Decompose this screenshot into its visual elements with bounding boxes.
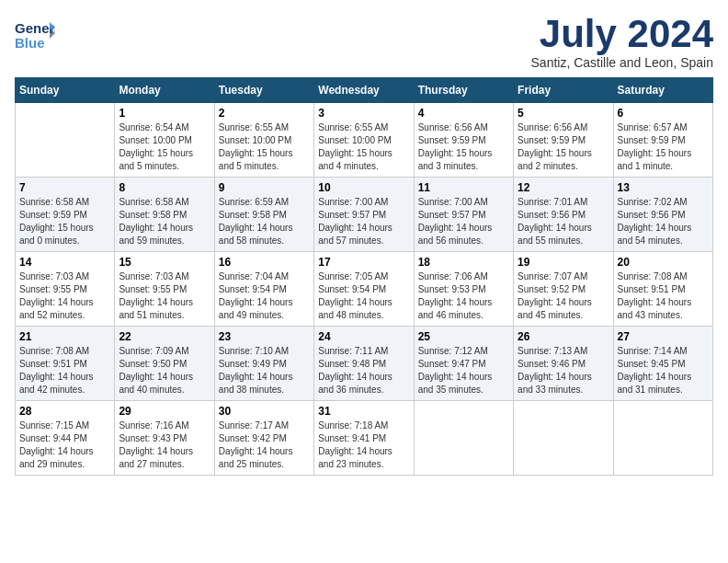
calendar-header-row: Sunday Monday Tuesday Wednesday Thursday…: [16, 78, 713, 103]
logo: General Blue: [15, 15, 55, 55]
day-info: Sunrise: 6:55 AMSunset: 10:00 PMDaylight…: [219, 121, 310, 173]
day-info: Sunrise: 6:59 AMSunset: 9:58 PMDaylight:…: [219, 196, 310, 247]
sunrise-text: Sunrise: 7:18 AM: [318, 420, 388, 431]
daylight-text: Daylight: 14 hours and 35 minutes.: [418, 372, 493, 395]
day-number: 19: [518, 256, 609, 269]
sunset-text: Sunset: 9:55 PM: [119, 284, 187, 294]
daylight-text: Daylight: 14 hours and 48 minutes.: [318, 297, 392, 320]
day-info: Sunrise: 7:06 AMSunset: 9:53 PMDaylight:…: [418, 270, 509, 322]
day-number: 11: [418, 181, 509, 194]
table-row: 25Sunrise: 7:12 AMSunset: 9:47 PMDayligh…: [414, 327, 513, 401]
sunset-text: Sunset: 9:55 PM: [19, 284, 87, 294]
daylight-text: Daylight: 15 hours and 1 minute.: [618, 148, 692, 171]
calendar-week-row: 7Sunrise: 6:58 AMSunset: 9:59 PMDaylight…: [16, 178, 713, 252]
sunset-text: Sunset: 9:46 PM: [518, 359, 586, 369]
day-number: 6: [618, 107, 709, 120]
daylight-text: Daylight: 14 hours and 58 minutes.: [219, 223, 293, 246]
daylight-text: Daylight: 14 hours and 46 minutes.: [418, 297, 493, 320]
day-number: 21: [19, 330, 110, 343]
table-row: 4Sunrise: 6:56 AMSunset: 9:59 PMDaylight…: [414, 103, 513, 178]
col-friday: Friday: [514, 78, 613, 103]
sunset-text: Sunset: 10:00 PM: [318, 135, 392, 145]
table-row: 1Sunrise: 6:54 AMSunset: 10:00 PMDayligh…: [115, 103, 214, 178]
table-row: 16Sunrise: 7:04 AMSunset: 9:54 PMDayligh…: [214, 252, 313, 327]
day-number: 8: [119, 181, 210, 194]
sunrise-text: Sunrise: 7:12 AM: [418, 346, 488, 356]
daylight-text: Daylight: 15 hours and 5 minutes.: [219, 148, 293, 171]
day-number: 9: [219, 181, 310, 194]
sunrise-text: Sunrise: 6:55 AM: [219, 122, 289, 132]
day-info: Sunrise: 7:12 AMSunset: 9:47 PMDaylight:…: [418, 345, 509, 396]
day-number: 26: [518, 330, 609, 343]
sunset-text: Sunset: 9:52 PM: [518, 284, 586, 294]
sunrise-text: Sunrise: 7:16 AM: [119, 420, 188, 431]
sunset-text: Sunset: 9:58 PM: [219, 210, 287, 220]
sunset-text: Sunset: 9:42 PM: [219, 433, 287, 443]
sunrise-text: Sunrise: 7:14 AM: [618, 346, 688, 356]
day-info: Sunrise: 7:13 AMSunset: 9:46 PMDaylight:…: [518, 345, 609, 396]
day-number: 16: [219, 256, 310, 269]
day-number: 4: [418, 107, 509, 120]
day-info: Sunrise: 7:07 AMSunset: 9:52 PMDaylight:…: [518, 270, 609, 322]
table-row: 24Sunrise: 7:11 AMSunset: 9:48 PMDayligh…: [314, 327, 414, 401]
day-info: Sunrise: 6:54 AMSunset: 10:00 PMDaylight…: [119, 121, 210, 173]
day-info: Sunrise: 7:03 AMSunset: 9:55 PMDaylight:…: [19, 270, 110, 322]
day-number: 2: [219, 107, 310, 120]
day-number: 3: [318, 107, 409, 120]
table-row: 7Sunrise: 6:58 AMSunset: 9:59 PMDaylight…: [16, 178, 115, 252]
daylight-text: Daylight: 15 hours and 5 minutes.: [119, 148, 193, 171]
sunrise-text: Sunrise: 7:00 AM: [318, 197, 388, 207]
sunrise-text: Sunrise: 7:07 AM: [518, 271, 587, 282]
col-tuesday: Tuesday: [214, 78, 313, 103]
sunset-text: Sunset: 9:45 PM: [618, 359, 686, 369]
location-subtitle: Santiz, Castille and Leon, Spain: [531, 55, 713, 70]
sunrise-text: Sunrise: 7:08 AM: [618, 271, 688, 282]
day-info: Sunrise: 7:10 AMSunset: 9:49 PMDaylight:…: [219, 345, 310, 396]
calendar-week-row: 1Sunrise: 6:54 AMSunset: 10:00 PMDayligh…: [16, 103, 713, 178]
daylight-text: Daylight: 14 hours and 52 minutes.: [19, 297, 94, 320]
table-row: 13Sunrise: 7:02 AMSunset: 9:56 PMDayligh…: [613, 178, 712, 252]
sunrise-text: Sunrise: 7:04 AM: [219, 271, 289, 282]
day-number: 25: [418, 330, 509, 343]
col-monday: Monday: [115, 78, 214, 103]
day-info: Sunrise: 7:05 AMSunset: 9:54 PMDaylight:…: [318, 270, 409, 322]
sunrise-text: Sunrise: 7:05 AM: [318, 271, 388, 282]
day-number: 22: [119, 330, 210, 343]
table-row: 10Sunrise: 7:00 AMSunset: 9:57 PMDayligh…: [314, 178, 414, 252]
day-info: Sunrise: 7:14 AMSunset: 9:45 PMDaylight:…: [618, 345, 709, 396]
table-row: 5Sunrise: 6:56 AMSunset: 9:59 PMDaylight…: [514, 103, 613, 178]
sunrise-text: Sunrise: 7:17 AM: [219, 420, 289, 431]
day-info: Sunrise: 7:17 AMSunset: 9:42 PMDaylight:…: [219, 419, 310, 471]
daylight-text: Daylight: 14 hours and 23 minutes.: [318, 446, 392, 469]
sunset-text: Sunset: 9:58 PM: [119, 210, 187, 220]
day-number: 28: [19, 405, 110, 418]
sunrise-text: Sunrise: 7:03 AM: [19, 271, 89, 282]
sunrise-text: Sunrise: 7:08 AM: [19, 346, 89, 356]
table-row: [514, 401, 613, 476]
day-info: Sunrise: 7:02 AMSunset: 9:56 PMDaylight:…: [618, 196, 709, 247]
day-number: 17: [318, 256, 409, 269]
day-info: Sunrise: 6:56 AMSunset: 9:59 PMDaylight:…: [518, 121, 609, 173]
sunrise-text: Sunrise: 6:58 AM: [119, 197, 188, 207]
table-row: 22Sunrise: 7:09 AMSunset: 9:50 PMDayligh…: [115, 327, 214, 401]
daylight-text: Daylight: 14 hours and 54 minutes.: [618, 223, 692, 246]
day-info: Sunrise: 7:09 AMSunset: 9:50 PMDaylight:…: [119, 345, 210, 396]
daylight-text: Daylight: 15 hours and 4 minutes.: [318, 148, 392, 171]
sunset-text: Sunset: 9:41 PM: [318, 433, 386, 443]
col-sunday: Sunday: [16, 78, 115, 103]
sunrise-text: Sunrise: 7:10 AM: [219, 346, 289, 356]
day-info: Sunrise: 6:57 AMSunset: 9:59 PMDaylight:…: [618, 121, 709, 173]
table-row: 3Sunrise: 6:55 AMSunset: 10:00 PMDayligh…: [314, 103, 414, 178]
sunrise-text: Sunrise: 7:11 AM: [318, 346, 388, 356]
sunset-text: Sunset: 9:57 PM: [418, 210, 486, 220]
day-info: Sunrise: 7:00 AMSunset: 9:57 PMDaylight:…: [318, 196, 409, 247]
daylight-text: Daylight: 14 hours and 38 minutes.: [219, 372, 293, 395]
calendar-week-row: 28Sunrise: 7:15 AMSunset: 9:44 PMDayligh…: [16, 401, 713, 476]
table-row: 8Sunrise: 6:58 AMSunset: 9:58 PMDaylight…: [115, 178, 214, 252]
table-row: 31Sunrise: 7:18 AMSunset: 9:41 PMDayligh…: [314, 401, 414, 476]
sunset-text: Sunset: 9:49 PM: [219, 359, 287, 369]
daylight-text: Daylight: 14 hours and 45 minutes.: [518, 297, 592, 320]
sunset-text: Sunset: 9:54 PM: [219, 284, 287, 294]
table-row: 15Sunrise: 7:03 AMSunset: 9:55 PMDayligh…: [115, 252, 214, 327]
sunrise-text: Sunrise: 6:55 AM: [318, 122, 388, 132]
